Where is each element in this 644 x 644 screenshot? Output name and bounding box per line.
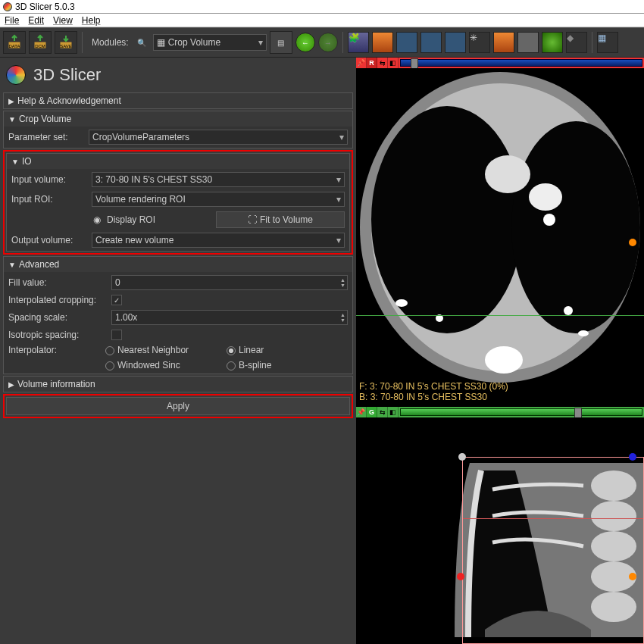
ext-icon-4[interactable] [420,32,442,53]
ext-icon-8[interactable] [517,32,539,53]
svg-point-13 [485,346,523,374]
ext-icon-3[interactable] [396,32,417,53]
ext-icon-6[interactable]: ✳ [469,32,490,53]
save-button[interactable]: SAVE [55,31,77,54]
param-set-label: Parameter set: [8,132,84,142]
green-slice-slider[interactable] [400,408,642,416]
svg-point-15 [564,306,573,315]
menu-view[interactable]: View [53,15,73,26]
toolbar: DATA DCM SAVE Modules: 🔍 ▦Crop Volume ▤ … [0,27,644,58]
roi-edge-right[interactable] [629,573,636,580]
module-panel: 3D Slicer ▶Help & Acknowledgement ▼Crop … [0,58,356,644]
svg-point-18 [578,330,589,336]
roi-edge-left[interactable] [457,573,464,580]
output-volume-value: Create new volume [95,235,174,245]
spacing-scale-text: 1.00x [115,312,137,323]
section-io-title: IO [22,156,32,167]
io-highlight-box: ▼IO Input volume: 3: 70-80 IN 5's CHEST … [3,150,353,255]
layout-button[interactable]: ▦ [597,32,618,53]
roi-corner-tl[interactable] [458,453,466,461]
isotropic-checkbox[interactable] [111,330,122,340]
param-set-value: CropVolumeParameters [92,132,189,142]
svg-point-9 [371,106,523,333]
pin-icon[interactable]: 📌 [356,407,367,417]
fit-to-volume-button[interactable]: ⛶Fit to Volume [216,211,345,228]
ext-icon-5[interactable] [445,32,466,53]
spacing-scale-input[interactable]: 1.00x▲▼ [111,310,348,325]
fill-value-input[interactable]: 0▲▼ [111,275,348,290]
module-history-button[interactable]: ▤ [270,31,292,54]
slice-views: 📌 R ⇆ ◧ [356,58,644,644]
ext-icon-9[interactable] [542,32,563,53]
red-slice-slider[interactable] [400,59,642,67]
interp-crop-label: Interpolated cropping: [8,295,107,305]
overlay-b: B: 3: 70-80 IN 5's CHEST SS30 [359,392,487,402]
chevron-right-icon: ▶ [8,380,14,389]
roi-corner-tr[interactable] [629,453,636,461]
param-set-combo[interactable]: CropVolumeParameters [89,130,348,145]
input-roi-label: Input ROI: [11,194,87,205]
fit-icon: ⛶ [248,214,257,225]
ext-icon-2[interactable] [372,32,393,53]
svg-text:DATA: DATA [8,44,20,48]
roi-handle[interactable] [629,239,636,246]
ct-axial-image: F: 3: 70-80 IN 5's CHEST SS30 (0%) B: 3:… [356,68,644,407]
module-selected-label: Crop Volume [168,37,220,48]
toolbar-separator [82,32,83,53]
menu-help[interactable]: Help [82,15,101,26]
interpolator-label: Interpolator: [8,345,101,355]
input-volume-combo[interactable]: 3: 70-80 IN 5's CHEST SS30 [92,172,345,187]
red-slice-view[interactable]: 📌 R ⇆ ◧ [356,58,644,407]
chevron-down-icon: ▼ [8,115,16,123]
radio-bspline[interactable]: B-spline [227,360,348,370]
menu-edit[interactable]: Edit [28,15,44,26]
slicer-logo-icon [6,65,26,85]
app-logo-icon [3,2,12,11]
svg-text:DCM: DCM [35,44,45,48]
section-volinfo-title: Volume information [17,379,95,389]
section-crop: ▼Crop Volume Parameter set: CropVolumePa… [3,111,353,148]
apply-button[interactable]: Apply [6,397,350,415]
radio-linear[interactable]: Linear [227,345,348,355]
section-advanced-header[interactable]: ▼Advanced [4,257,352,272]
ext-icon-7[interactable] [493,32,514,53]
load-dcm-button[interactable]: DCM [29,31,52,54]
radio-nn-label: Nearest Neighbor [117,345,189,355]
section-crop-header[interactable]: ▼Crop Volume [4,111,352,127]
section-advanced: ▼Advanced Fill value: 0▲▼ Interpolated c… [3,256,353,374]
radio-ws[interactable]: Windowed Sinc [105,360,227,370]
eye-icon[interactable]: ◧ [388,58,399,68]
toolbar-separator-3 [592,32,592,53]
spacing-scale-label: Spacing scale: [8,312,107,323]
ext-icon-10[interactable]: ◆ [566,32,587,53]
green-slice-view[interactable]: 📌 G ⇆ ◧ [356,407,644,644]
menu-file[interactable]: File [5,15,19,26]
link-icon[interactable]: ⇆ [377,407,388,417]
roi-box[interactable] [462,457,644,644]
brand-title: 3D Slicer [33,65,101,85]
module-selector[interactable]: ▦Crop Volume [153,34,267,51]
load-data-button[interactable]: DATA [3,31,26,54]
crosshair-h [356,315,644,316]
ext-icon-1[interactable]: 🧩 [348,32,369,53]
section-volinfo-header[interactable]: ▶Volume information [4,377,352,392]
radio-bspline-label: B-spline [239,360,271,370]
eye-icon[interactable]: ◧ [388,407,399,417]
nav-back-button[interactable]: ← [295,33,315,52]
link-icon[interactable]: ⇆ [377,58,388,68]
section-io-header[interactable]: ▼IO [7,154,349,169]
module-search-icon[interactable]: 🔍 [133,34,150,51]
eye-icon[interactable]: ◉ [92,214,102,225]
input-roi-combo[interactable]: Volume rendering ROI [92,192,345,207]
pin-icon[interactable]: 📌 [356,58,367,68]
nav-forward-button[interactable]: → [318,33,338,52]
output-volume-combo[interactable]: Create new volume [92,233,345,248]
chevron-right-icon: ▶ [8,97,14,105]
fit-to-volume-label: Fit to Volume [260,214,313,225]
section-advanced-title: Advanced [19,259,59,270]
radio-nn[interactable]: Nearest Neighbor [105,345,227,355]
interp-crop-checkbox[interactable]: ✓ [111,295,122,305]
svg-point-17 [395,299,408,307]
apply-highlight-box: Apply [3,394,353,418]
section-help-header[interactable]: ▶Help & Acknowledgement [4,93,352,108]
